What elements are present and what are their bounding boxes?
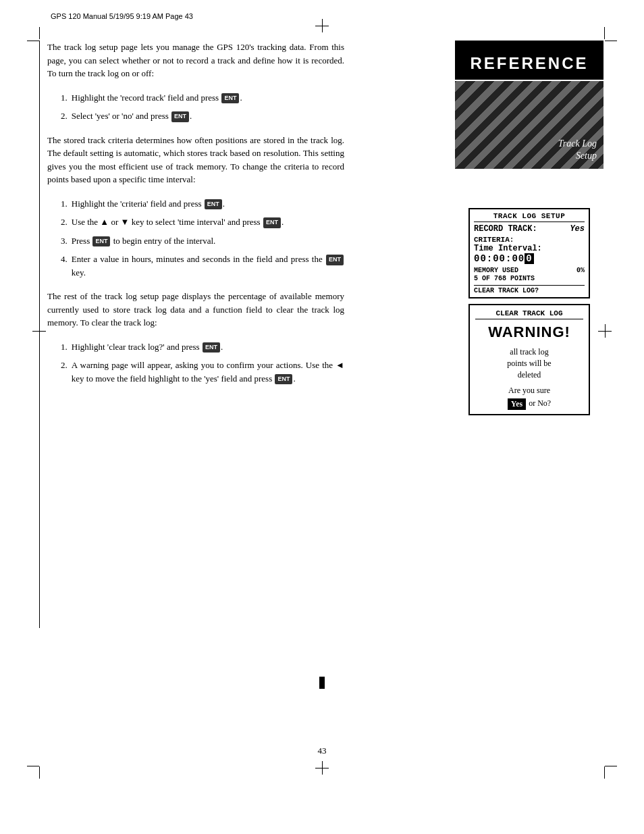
criteria-step-2: 2. Use the ▲ or ▼ key to select 'time in… <box>61 215 344 229</box>
step-text: Highlight 'clear track log?' and press E… <box>72 340 223 354</box>
reference-title: REFERENCE <box>462 54 597 73</box>
memory-section: MEMORY USED 0% 5 OF 768 POINTS <box>474 267 585 282</box>
screen2-title: CLEAR TRACK LOG <box>475 309 583 319</box>
clear-steps: 1. Highlight 'clear track log?' and pres… <box>61 340 344 386</box>
criteria-step-1: 1. Highlight the 'criteria' field and pr… <box>61 197 344 211</box>
intro-paragraph: The track log setup page lets you manage… <box>47 41 344 80</box>
border-mark <box>39 766 40 779</box>
enter-key: ENT <box>203 342 220 353</box>
left-border-line <box>39 41 40 628</box>
step-number: 2. <box>61 215 68 229</box>
screen1-title: TRACK LOG SETUP <box>474 212 585 222</box>
criteria-paragraph: The stored track criteria determines how… <box>47 134 344 186</box>
criteria-step-3: 3. Press ENT to begin entry of the inter… <box>61 234 344 248</box>
record-track-row: RECORD TRACK: Yes <box>474 224 585 234</box>
enter-key: ENT <box>92 236 110 247</box>
step-number: 3. <box>61 234 68 248</box>
border-mark <box>27 41 39 41</box>
points-label: 5 OF 768 POINTS <box>474 275 585 282</box>
enter-key: ENT <box>171 111 189 122</box>
step-text: A warning page will appear, asking you t… <box>72 359 344 385</box>
main-content: The track log setup page lets you manage… <box>47 41 344 396</box>
record-track-label: RECORD TRACK: <box>474 224 537 234</box>
criteria-step-4: 4. Enter a value in hours, minutes and s… <box>61 253 344 279</box>
step-number: 1. <box>61 340 68 354</box>
step-number: 1. <box>61 91 68 105</box>
criteria-label: CRITERIA: <box>474 236 585 244</box>
bottom-bookmark <box>319 677 325 689</box>
warning-title: WARNING! <box>475 323 583 341</box>
memory-used-label: MEMORY USED <box>474 267 518 274</box>
step-text: Highlight the 'criteria' field and press… <box>72 197 225 211</box>
border-mark <box>604 27 605 39</box>
step-text: Use the ▲ or ▼ key to select 'time inter… <box>72 215 284 229</box>
reference-header: REFERENCE <box>455 41 603 80</box>
crosshair-bottom <box>315 761 329 775</box>
track-log-subtitle: Track LogSetup <box>558 138 597 162</box>
step-1: 1. Highlight the 'record track' field an… <box>61 91 344 105</box>
clear-track-log-screen: CLEAR TRACK LOG WARNING! all track logpo… <box>468 304 590 415</box>
track-log-setup-screen: TRACK LOG SETUP RECORD TRACK: Yes CRITER… <box>468 208 590 298</box>
warning-question: Are you sure <box>475 386 583 396</box>
clear-step-2: 2. A warning page will appear, asking yo… <box>61 359 344 385</box>
rest-paragraph: The rest of the track log setup page dis… <box>47 290 344 330</box>
enter-key: ENT <box>263 217 281 228</box>
enter-key: ENT <box>275 374 292 385</box>
border-mark <box>605 766 617 766</box>
time-value: 00:00:000 <box>474 253 585 264</box>
yes-button[interactable]: Yes <box>508 398 526 410</box>
criteria-steps: 1. Highlight the 'criteria' field and pr… <box>61 197 344 280</box>
clear-step-1: 1. Highlight 'clear track log?' and pres… <box>61 340 344 354</box>
page-number: 43 <box>318 746 327 756</box>
criteria-section: CRITERIA: Time Interval: 00:00:000 <box>474 236 585 264</box>
step-number: 1. <box>61 197 68 211</box>
border-mark <box>604 766 605 779</box>
memory-used-value: 0% <box>576 267 585 274</box>
memory-used-row: MEMORY USED 0% <box>474 267 585 274</box>
border-mark <box>27 766 39 766</box>
warning-body: all track logpoints will bedeleted <box>475 346 583 380</box>
warning-buttons: Yes or No? <box>475 398 583 410</box>
step-number: 2. <box>61 359 68 385</box>
step-text: Select 'yes' or 'no' and press ENT. <box>72 109 192 123</box>
enter-key: ENT <box>221 93 239 104</box>
border-mark <box>39 27 40 39</box>
step-text: Enter a value in hours, minutes and seco… <box>72 253 344 279</box>
step-number: 4. <box>61 253 68 279</box>
header-text: GPS 120 Manual 5/19/95 9:19 AM Page 43 <box>51 12 193 20</box>
enter-key: ENT <box>205 199 222 210</box>
or-text: or No? <box>529 398 551 410</box>
record-track-value: Yes <box>570 224 585 234</box>
clear-track-field: CLEAR TRACK LOG? <box>474 285 585 294</box>
enter-key: ENT <box>326 255 344 265</box>
diagonal-decoration: Track LogSetup <box>455 81 603 169</box>
step-text: Highlight the 'record track' field and p… <box>72 91 242 105</box>
screens-wrapper: TRACK LOG SETUP RECORD TRACK: Yes CRITER… <box>455 203 603 421</box>
crosshair-top <box>315 19 329 32</box>
step-text: Press ENT to begin entry of the interval… <box>72 234 216 248</box>
turnon-steps: 1. Highlight the 'record track' field an… <box>61 91 344 123</box>
time-interval-label: Time Interval: <box>474 244 585 253</box>
border-mark <box>605 41 617 41</box>
step-number: 2. <box>61 109 68 123</box>
step-2: 2. Select 'yes' or 'no' and press ENT. <box>61 109 344 123</box>
